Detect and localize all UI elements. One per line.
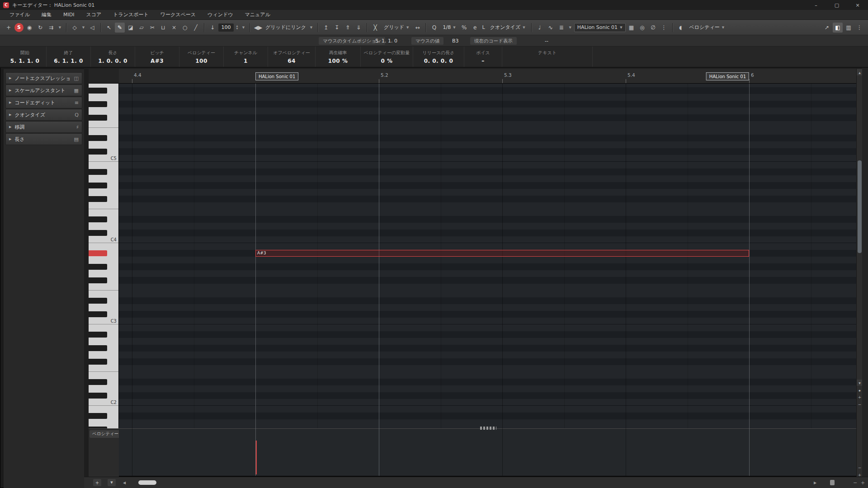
piano-key-white[interactable] bbox=[89, 406, 118, 413]
toolbar-setup-kebab[interactable]: ⋮ bbox=[854, 23, 864, 33]
piano-key-white[interactable] bbox=[89, 270, 118, 277]
info-velocity-variance[interactable]: ベロシティーの変動量0 % bbox=[361, 47, 413, 67]
piano-key-black[interactable] bbox=[89, 298, 107, 304]
info-off-velocity[interactable]: オフベロシティー64 bbox=[268, 47, 316, 67]
open-in-window-button[interactable]: ↗ bbox=[822, 23, 832, 33]
quantize-panel-button[interactable]: e bbox=[470, 23, 480, 33]
horizontal-zoom-slider[interactable] bbox=[830, 480, 835, 485]
piano-key-black[interactable] bbox=[89, 101, 107, 107]
piano-key-white[interactable] bbox=[89, 175, 118, 182]
iterative-quantize-button[interactable]: % bbox=[459, 23, 469, 33]
info-release-length[interactable]: リリースの長さ0. 0. 0. 0 bbox=[413, 47, 464, 67]
piano-key-white[interactable] bbox=[89, 419, 118, 426]
piano-key-white[interactable] bbox=[89, 257, 118, 263]
piano-key-black[interactable] bbox=[89, 183, 107, 188]
velocity-lane-label[interactable]: ベロシティー bbox=[90, 430, 121, 438]
nudge-down-button[interactable]: ↧ bbox=[332, 23, 342, 33]
menu-window[interactable]: ウィンドウ bbox=[202, 10, 239, 19]
piano-key-black[interactable] bbox=[89, 413, 107, 419]
piano-key-white[interactable] bbox=[89, 284, 118, 291]
line-tool[interactable]: ╱ bbox=[191, 23, 201, 33]
piano-key-black[interactable] bbox=[89, 345, 107, 351]
piano-key-black[interactable] bbox=[89, 88, 107, 94]
piano-key-white[interactable] bbox=[89, 128, 118, 135]
erase-tool[interactable]: ◪ bbox=[126, 23, 136, 33]
info-pitch[interactable]: ピッチA#3 bbox=[135, 47, 179, 67]
edit-active-part-dropdown[interactable]: ▼ bbox=[567, 23, 573, 33]
note-expression-data-button[interactable]: ◇ bbox=[70, 23, 80, 33]
panel-length[interactable]: ▶長さ▤ bbox=[5, 133, 82, 145]
event-colors-icon[interactable]: ◖ bbox=[676, 23, 686, 33]
minimize-button[interactable]: – bbox=[806, 0, 826, 10]
piano-key-white[interactable] bbox=[89, 352, 118, 358]
panel-scale-assistant[interactable]: ▶スケールアシスタント▦ bbox=[5, 84, 82, 96]
menu-midi[interactable]: MIDI bbox=[57, 10, 80, 19]
piano-key-white[interactable] bbox=[89, 189, 118, 196]
piano-key-white[interactable] bbox=[89, 209, 118, 216]
info-voice[interactable]: ボイス– bbox=[464, 47, 502, 67]
panel-chord-editing[interactable]: ▶コードエディット≡ bbox=[5, 97, 82, 108]
lane-divider-handle[interactable] bbox=[480, 427, 496, 430]
transpose-up-button[interactable]: ⇑ bbox=[343, 23, 353, 33]
panel-quantize[interactable]: ▶クオンタイズQ bbox=[5, 109, 82, 121]
zoom-tool[interactable]: ○ bbox=[180, 23, 190, 33]
grid-link-icon[interactable]: ◀▶ bbox=[253, 23, 263, 33]
piano-key-white[interactable] bbox=[89, 121, 118, 128]
info-start[interactable]: 開始5. 1. 1. 0 bbox=[4, 47, 47, 67]
piano-keyboard[interactable]: C5C4C3C2 bbox=[89, 84, 119, 428]
trim-tool[interactable]: ▱ bbox=[137, 23, 146, 33]
note-grid[interactable] bbox=[119, 84, 856, 428]
piano-key-black[interactable] bbox=[89, 264, 107, 270]
piano-key-white[interactable] bbox=[89, 94, 118, 101]
piano-key-white[interactable] bbox=[89, 223, 118, 230]
piano-key-white[interactable] bbox=[89, 304, 118, 311]
insert-velocity-dropdown[interactable]: ▼ bbox=[241, 23, 246, 33]
piano-key-black[interactable] bbox=[89, 149, 107, 155]
piano-key-black[interactable] bbox=[89, 332, 107, 338]
panel-note-expression[interactable]: ▶ノートエクスプレッション◫ bbox=[5, 72, 82, 84]
piano-key-white[interactable] bbox=[89, 162, 118, 169]
piano-key-white[interactable] bbox=[89, 291, 118, 297]
piano-key-black[interactable] bbox=[89, 196, 107, 202]
midi-step-input-button[interactable]: ∿ bbox=[546, 23, 556, 33]
piano-key-black[interactable] bbox=[89, 169, 107, 175]
snap-toggle[interactable]: ╳ bbox=[370, 23, 380, 33]
info-velocity[interactable]: ベロシティー100 bbox=[179, 47, 224, 67]
info-playback-probability[interactable]: 再生確率100 % bbox=[316, 47, 361, 67]
editor-options-kebab[interactable]: ⋮ bbox=[659, 23, 669, 33]
object-selection-tool[interactable]: ↖ bbox=[104, 23, 114, 33]
add-lane-button[interactable]: + bbox=[93, 479, 101, 486]
loop-button[interactable]: ↻ bbox=[35, 23, 45, 33]
insert-velocity-value[interactable]: 100 bbox=[218, 23, 234, 32]
audition-button[interactable]: ◁ bbox=[87, 23, 97, 33]
quantize-preset-dropdown[interactable]: 1/8▼ bbox=[440, 23, 458, 32]
grid-type-dropdown[interactable]: グリッド▼ bbox=[381, 23, 411, 32]
split-tool[interactable]: ✂ bbox=[147, 23, 157, 33]
left-zone-toggle[interactable]: ◧ bbox=[833, 23, 843, 33]
solo-editor-button[interactable]: S bbox=[14, 23, 24, 32]
step-input-button[interactable]: ♩ bbox=[535, 23, 545, 33]
mute-icon[interactable]: ∅ bbox=[648, 23, 658, 33]
global-tracks-button[interactable]: ◎ bbox=[637, 23, 647, 33]
transpose-down-button[interactable]: ⇓ bbox=[354, 23, 363, 33]
event-colors-dropdown[interactable]: ベロシティー▼ bbox=[687, 23, 727, 32]
piano-key-white[interactable] bbox=[89, 108, 118, 114]
quantize-icon[interactable]: Q bbox=[429, 23, 439, 33]
info-end[interactable]: 終了6. 1. 1. 0 bbox=[47, 47, 91, 67]
set-up-window-layout-button[interactable]: ▥ bbox=[844, 23, 854, 33]
nudge-up-button[interactable]: ↥ bbox=[321, 23, 331, 33]
close-button[interactable]: × bbox=[847, 0, 868, 10]
part-name-label[interactable]: HALion Sonic 01 bbox=[255, 72, 298, 80]
glue-tool[interactable]: ⊔ bbox=[158, 23, 168, 33]
panel-transpose[interactable]: ▶移調♯ bbox=[5, 121, 82, 133]
part-selector-dropdown[interactable]: HALion Sonic 01▼ bbox=[574, 23, 626, 32]
draw-tool[interactable]: ✎ bbox=[115, 23, 125, 33]
mute-tool[interactable]: × bbox=[169, 23, 179, 33]
piano-key-white[interactable] bbox=[89, 141, 118, 148]
vertical-scrollbar-thumb[interactable] bbox=[858, 160, 862, 253]
part-name-label[interactable]: HALion Sonic 01 bbox=[706, 72, 749, 80]
piano-key-white[interactable] bbox=[89, 372, 118, 379]
note-expression-options-dropdown[interactable]: ▼ bbox=[80, 23, 86, 33]
menu-workspaces[interactable]: ワークスペース bbox=[155, 10, 202, 19]
pin-editor-button[interactable]: + bbox=[4, 23, 14, 33]
